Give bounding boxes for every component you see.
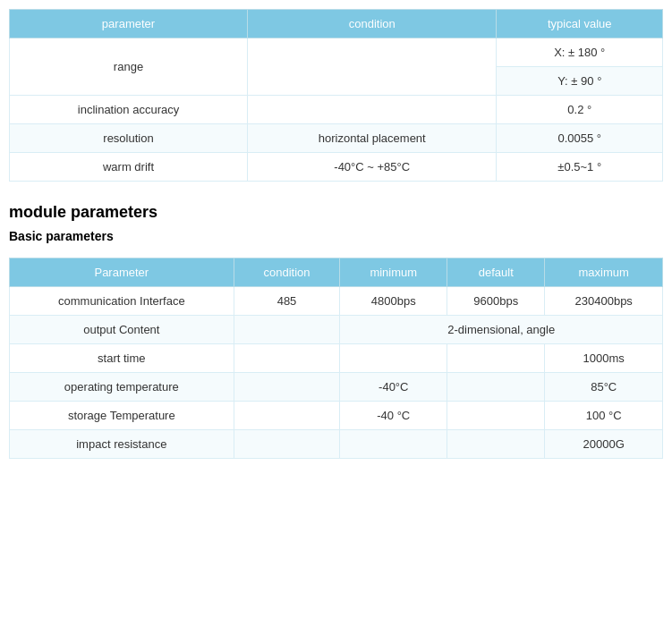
value-output: 2-dimensional, angle bbox=[340, 316, 663, 344]
default-comm: 9600bps bbox=[447, 287, 545, 316]
table1-header-value: typical value bbox=[497, 10, 663, 38]
default-impact bbox=[447, 430, 545, 459]
max-comm: 230400bps bbox=[545, 287, 663, 316]
table-row: storage Temperature -40 °C 100 °C bbox=[10, 402, 663, 430]
max-starttime: 1000ms bbox=[545, 344, 663, 373]
table2-header-default: default bbox=[447, 258, 545, 287]
condition-optemp bbox=[234, 373, 340, 402]
value-resolution: 0.0055 ° bbox=[497, 124, 663, 153]
condition-starttime bbox=[234, 344, 340, 373]
condition-impact bbox=[234, 430, 340, 459]
table-row: warm drift -40°C ~ +85°C ±0.5~1 ° bbox=[10, 153, 663, 182]
condition-warmdrift: -40°C ~ +85°C bbox=[247, 153, 497, 182]
param-resolution: resolution bbox=[10, 124, 248, 153]
table2-container: Parameter condition minimum default maxi… bbox=[9, 258, 663, 459]
param-inclination: inclination accuracy bbox=[10, 96, 248, 124]
value-inclination: 0.2 ° bbox=[497, 96, 663, 124]
param-optemp: operating temperature bbox=[10, 373, 234, 402]
default-storagetemp bbox=[447, 402, 545, 430]
value-range-y: Y: ± 90 ° bbox=[497, 67, 663, 96]
table2-header-param: Parameter bbox=[10, 258, 234, 287]
table-row: resolution horizontal placement 0.0055 ° bbox=[10, 124, 663, 153]
value-warmdrift: ±0.5~1 ° bbox=[497, 153, 663, 182]
condition-resolution: horizontal placement bbox=[247, 124, 497, 153]
table1-header-condition: condition bbox=[247, 10, 497, 38]
sub-section-title: Basic parameters bbox=[9, 229, 663, 243]
value-range-x: X: ± 180 ° bbox=[497, 38, 663, 67]
param-warmdrift: warm drift bbox=[10, 153, 248, 182]
max-optemp: 85°C bbox=[545, 373, 663, 402]
table-row: impact resistance 20000G bbox=[10, 430, 663, 459]
min-storagetemp: -40 °C bbox=[340, 402, 447, 430]
table1: parameter condition typical value range … bbox=[9, 9, 663, 182]
table2-header-maximum: maximum bbox=[545, 258, 663, 287]
min-optemp: -40°C bbox=[340, 373, 447, 402]
condition-storagetemp bbox=[234, 402, 340, 430]
param-output: output Content bbox=[10, 316, 234, 344]
condition-comm: 485 bbox=[234, 287, 340, 316]
min-impact bbox=[340, 430, 447, 459]
param-range: range bbox=[10, 38, 248, 96]
section-title: module parameters bbox=[9, 203, 663, 222]
condition-inclination bbox=[247, 96, 497, 124]
default-starttime bbox=[447, 344, 545, 373]
param-starttime: start time bbox=[10, 344, 234, 373]
max-storagetemp: 100 °C bbox=[545, 402, 663, 430]
table-row: start time 1000ms bbox=[10, 344, 663, 373]
module-section: module parameters Basic parameters bbox=[9, 203, 663, 243]
default-optemp bbox=[447, 373, 545, 402]
page-wrapper: parameter condition typical value range … bbox=[0, 0, 672, 498]
table2: Parameter condition minimum default maxi… bbox=[9, 258, 663, 459]
table2-header-condition: condition bbox=[234, 258, 340, 287]
param-comm: communication Interface bbox=[10, 287, 234, 316]
min-comm: 4800bps bbox=[340, 287, 447, 316]
table-row: output Content 2-dimensional, angle bbox=[10, 316, 663, 344]
table-row: inclination accuracy 0.2 ° bbox=[10, 96, 663, 124]
table-row: operating temperature -40°C 85°C bbox=[10, 373, 663, 402]
table-row: range X: ± 180 ° bbox=[10, 38, 663, 67]
param-impact: impact resistance bbox=[10, 430, 234, 459]
table1-container: parameter condition typical value range … bbox=[9, 9, 663, 182]
condition-range bbox=[247, 38, 497, 96]
condition-output bbox=[234, 316, 340, 344]
max-impact: 20000G bbox=[545, 430, 663, 459]
table1-header-param: parameter bbox=[10, 10, 248, 38]
table2-header-minimum: minimum bbox=[340, 258, 447, 287]
param-storagetemp: storage Temperature bbox=[10, 402, 234, 430]
min-starttime bbox=[340, 344, 447, 373]
table-row: communication Interface 485 4800bps 9600… bbox=[10, 287, 663, 316]
